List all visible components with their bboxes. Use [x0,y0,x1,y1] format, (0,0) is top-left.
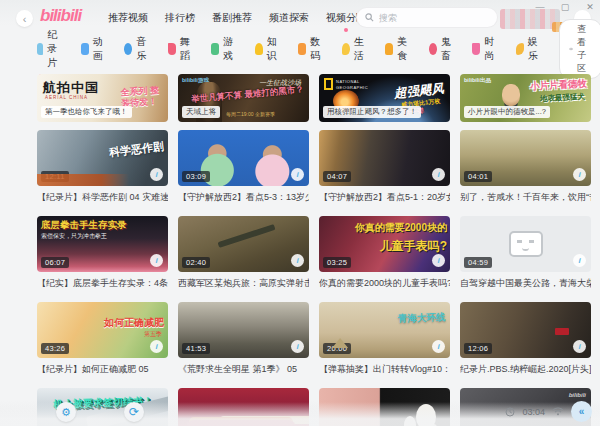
video-title[interactable]: 《荒野求生全明星 第1季》 05 [178,363,309,376]
video-card[interactable]: 你真的需要2000块的 儿童手表吗? 03:25 i 你真的需要2000块的儿童… [319,216,450,290]
video-card[interactable]: 41:53 i 《荒野求生全明星 第1季》 05 [178,302,309,376]
tab-knowledge[interactable]: 知识 [255,35,281,63]
banner-natgeo-hurricane[interactable]: NATIONAL GEOGRAPHIC 超强飓风 威力堪比1万枚 原子弹 用核弹… [319,74,450,122]
clock-time: 03:04 [522,407,545,417]
video-thumbnail[interactable]: 02:40 i [178,216,309,272]
video-card[interactable]: 如何正确减肥 第五季 43:26 i 【纪录片】如何正确减肥 05 [37,302,168,376]
view-subzones-button[interactable]: 查看子区 [559,19,600,79]
duration-badge: 20:00 [323,343,351,354]
video-card[interactable]: 04:07 i 【守护解放西2】看点5-1：20岁女生被绑架，绑匪索 [319,130,450,204]
maximize-button[interactable]: ▢ [559,1,571,13]
duration-badge: 04:01 [464,171,492,182]
nav-item-ranking[interactable]: 排行榜 [165,11,195,25]
back-icon: ‹ [23,13,27,25]
info-icon[interactable]: i [150,168,163,181]
video-thumbnail[interactable] [178,388,309,426]
tab-dance[interactable]: 舞蹈 [168,35,194,63]
info-icon[interactable]: i [573,254,586,267]
back-button[interactable]: ‹ [16,10,33,27]
video-card[interactable]: 03:09 i 【守护解放西2】看点5-3：13岁少女数学考9分还阻 [178,130,309,204]
wifi-icon [552,407,564,416]
banner-aerial-china[interactable]: 航拍中国 AERIAL CHINA 全系列 整装待发！ 第一季也给你飞来了哦！ [37,74,168,122]
video-title[interactable]: 【守护解放西2】看点5-3：13岁少女数学考9分还阻 [178,191,309,204]
video-thumbnail[interactable]: 底层拳击手生存实录 索偿保安，只为冲击拳王 06:07 i [37,216,168,272]
video-thumbnail-placeholder[interactable]: 04:59 i [460,216,591,272]
tab-music[interactable]: 音乐 [124,35,150,63]
video-thumbnail[interactable]: 科学恶作剧 12:11 i [37,130,168,186]
video-thumbnail[interactable] [319,388,450,426]
video-card[interactable]: 科学恶作剧 12:11 i 【纪录片】科学恶作剧 04 灾难速成课 [37,130,168,204]
video-thumbnail[interactable]: 03:09 i [178,130,309,186]
tab-game[interactable]: 游戏 [211,35,237,63]
tab-life[interactable]: 生活 [342,35,368,63]
search-bar[interactable] [357,8,497,27]
video-title[interactable]: 自驾穿越中国最美公路，青海大柴旦发生的意外让我 [460,277,591,290]
tab-food[interactable]: 美食 [385,35,411,63]
info-icon[interactable]: i [432,340,445,353]
refresh-button[interactable]: ⟳ [124,402,144,422]
info-icon[interactable]: i [573,340,586,353]
video-thumbnail[interactable]: 你真的需要2000块的 儿童手表吗? 03:25 i [319,216,450,272]
video-thumbnail[interactable]: 04:01 i [460,130,591,186]
video-title[interactable]: 【纪录片】科学恶作剧 04 灾难速成课 [37,191,168,204]
info-icon[interactable]: i [291,254,304,267]
video-card[interactable]: 04:59 i 自驾穿越中国最美公路，青海大柴旦发生的意外让我 [460,216,591,290]
banner-subtitle: AERIAL CHINA [45,95,88,100]
banner-game-ad[interactable]: bilibili游戏 一生征战沙场 举世凡算不算 最难打的黑市？ 每周二19:0… [178,74,309,122]
settings-button[interactable]: ⚙ [56,402,76,422]
tab-fashion[interactable]: 时尚 [472,35,498,63]
video-thumbnail[interactable]: 41:53 i [178,302,309,358]
info-icon[interactable]: i [150,340,163,353]
double-chevron-icon: « [579,406,585,417]
video-card[interactable] [178,388,309,426]
video-thumbnail[interactable]: 如何正确减肥 第五季 43:26 i [37,302,168,358]
video-card[interactable]: 12:06 i 纪录片.PBS.纳粹崛起.2020[片头][高清][英字] [460,302,591,376]
gear-icon: ⚙ [61,406,71,419]
tab-anime[interactable]: 动画 [81,35,107,63]
duration-badge: 02:40 [182,257,210,268]
video-title[interactable]: 西藏军区某炮兵旅：高原实弹射击 检验炮阵协同打击 [178,277,309,290]
video-title[interactable]: 你真的需要2000块的儿童手表吗? [319,277,450,290]
nav-item-recommend[interactable]: 推荐视频 [108,11,148,25]
info-icon[interactable]: i [573,168,586,181]
minimize-button[interactable]: — [534,1,546,13]
info-icon[interactable]: i [150,254,163,267]
duration-badge: 03:09 [182,171,210,182]
tab-documentary[interactable]: 纪录片 [37,28,63,70]
nav-item-bangumi[interactable]: 番剧推荐 [212,11,252,25]
info-icon[interactable]: i [432,254,445,267]
video-title[interactable]: 纪录片.PBS.纳粹崛起.2020[片头][高清][英字] [460,363,591,376]
close-button[interactable]: ✕ [584,1,596,13]
video-title[interactable]: 【弹幕抽奖】出门转转Vlog#10：粮水都没备足就想 [319,363,450,376]
video-title[interactable]: 【纪实】底层拳手生存实录：4条金腰带拳王兼职送外 [37,277,168,290]
video-thumbnail[interactable]: 12:06 i [460,302,591,358]
search-input[interactable] [379,13,479,23]
video-thumbnail[interactable]: 04:07 i [319,130,450,186]
refresh-icon: ⟳ [129,405,139,419]
info-icon[interactable]: i [291,340,304,353]
info-icon[interactable]: i [291,168,304,181]
video-title[interactable]: 【守护解放西2】看点5-1：20岁女生被绑架，绑匪索 [319,191,450,204]
tab-kichiku[interactable]: 鬼畜 [429,35,455,63]
bilibili-logo[interactable]: bilibili [40,6,81,26]
video-card[interactable]: 04:01 i 别了，苦咸水！千百年来，饮用“苦水”的时代过 [460,130,591,204]
video-card[interactable]: 青海大环线 20:00 i 【弹幕抽奖】出门转转Vlog#10：粮水都没备足就想 [319,302,450,376]
header: ‹ bilibili 推荐视频 排行榜 番剧推荐 频道探索 视频分区 ⌄ [0,8,600,32]
duration-badge: 43:26 [41,343,69,354]
video-card[interactable]: 底层拳击手生存实录 索偿保安，只为冲击拳王 06:07 i 【纪实】底层拳手生存… [37,216,168,290]
collapse-button[interactable]: « [571,401,592,422]
video-title[interactable]: 【纪录片】如何正确减肥 05 [37,363,168,376]
search-icon [365,13,374,22]
banner-dog-video[interactable]: bilibili出品 小片片看德牧 地表最强猛犬 小片片眼中的德牧是...? [460,74,591,122]
video-thumbnail[interactable]: 青海大环线 20:00 i [319,302,450,358]
tab-entertainment[interactable]: 娱乐 [516,35,542,63]
entertainment-icon [516,43,524,55]
info-icon[interactable]: i [432,168,445,181]
video-card[interactable] [319,388,450,426]
tab-digital[interactable]: 数码 [298,35,324,63]
nav-item-channels[interactable]: 频道探索 [269,11,309,25]
main-nav: 推荐视频 排行榜 番剧推荐 频道探索 视频分区 [108,11,366,25]
video-card[interactable]: 02:40 i 西藏军区某炮兵旅：高原实弹射击 检验炮阵协同打击 [178,216,309,290]
video-title[interactable]: 别了，苦咸水！千百年来，饮用“苦水”的时代过 [460,191,591,204]
duration-badge: 12:11 [41,171,69,182]
